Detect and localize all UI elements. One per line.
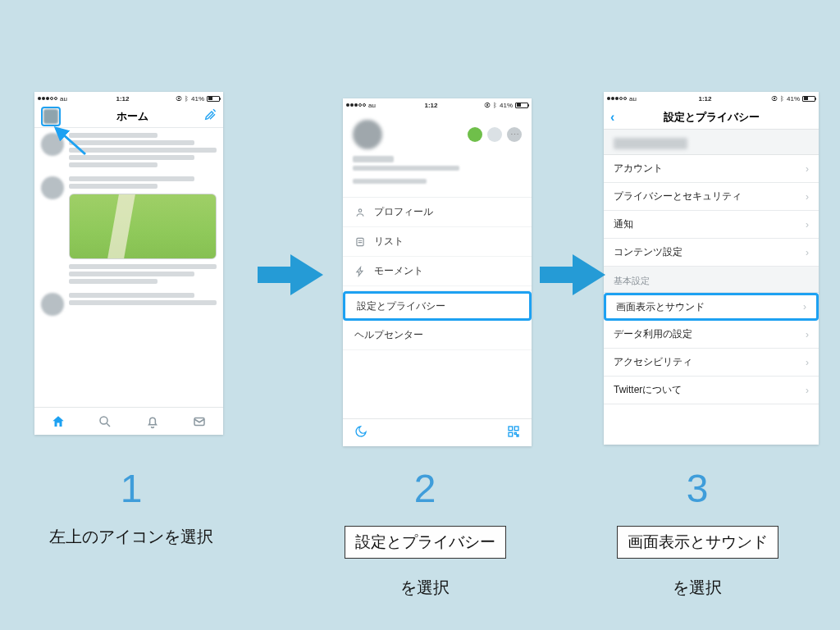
tweet[interactable]: [41, 176, 217, 286]
chevron-right-icon: ›: [806, 219, 809, 231]
nav-title: ホーム: [116, 109, 148, 124]
row-accessibility[interactable]: アクセシビリティ ›: [604, 349, 819, 377]
drawer-header: ⋯: [343, 112, 532, 192]
menu-help-center[interactable]: ヘルプセンター: [343, 321, 532, 350]
svg-point-0: [100, 417, 107, 424]
menu-settings-privacy[interactable]: 設定とプライバシー: [343, 291, 532, 321]
list-icon: [354, 236, 366, 248]
nav-title: 設定とプライバシー: [664, 110, 760, 125]
qr-icon[interactable]: [507, 425, 520, 441]
notifications-tab-icon[interactable]: [145, 414, 160, 429]
carrier-label: au: [60, 95, 67, 103]
row-notifications[interactable]: 通知 ›: [604, 211, 819, 239]
chevron-right-icon: ›: [806, 163, 809, 175]
chevron-right-icon: ›: [806, 247, 809, 258]
row-account[interactable]: アカウント ›: [604, 155, 819, 183]
menu-label: ヘルプセンター: [354, 328, 423, 342]
clock: 1:12: [698, 95, 711, 103]
status-bar: au 1:12 ⦿ ᛒ 41%: [604, 92, 819, 105]
menu-label: 設定とプライバシー: [357, 299, 445, 313]
step-1: 1 左上のアイコンを選択: [8, 466, 254, 548]
section-basic: 基本設定: [604, 267, 819, 293]
svg-point-3: [358, 208, 362, 211]
back-button[interactable]: ‹: [610, 110, 614, 125]
drawer-menu: プロフィール リスト モーメント 設定とプライバシー ヘルプセンター: [343, 197, 532, 350]
row-label: アカウント: [614, 162, 663, 176]
row-content-settings[interactable]: コンテンツ設定 ›: [604, 239, 819, 267]
menu-label: モーメント: [374, 264, 423, 278]
home-tab-icon[interactable]: [51, 414, 66, 429]
chevron-right-icon: ›: [806, 329, 809, 340]
svg-rect-7: [509, 432, 513, 436]
compose-icon[interactable]: [203, 108, 217, 125]
drawer-avatar[interactable]: [353, 120, 382, 149]
row-label: 画面表示とサウンド: [616, 300, 705, 314]
status-bar: au 1:12 ⦿ ᛒ 41%: [343, 98, 532, 112]
section-label: 基本設定: [614, 276, 650, 285]
menu-moments[interactable]: モーメント: [343, 257, 532, 286]
signal-dots-icon: [38, 97, 57, 100]
arrow-1-to-2: [258, 254, 323, 295]
section-user: [604, 130, 819, 155]
chevron-right-icon: ›: [806, 385, 809, 396]
carrier-label: au: [629, 95, 637, 103]
phone-3-settings: au 1:12 ⦿ ᛒ 41% ‹ 設定とプライバシー アカウント › プライバ…: [604, 92, 819, 445]
tweet[interactable]: [41, 293, 217, 316]
clock: 1:12: [116, 95, 129, 103]
arrow-2-to-3: [540, 254, 605, 295]
menu-list[interactable]: リスト: [343, 227, 532, 257]
carrier-label: au: [368, 102, 376, 109]
row-label: プライバシーとセキュリティ: [614, 189, 742, 203]
step-boxed-label: 画面表示とサウンド: [617, 526, 778, 559]
menu-label: プロフィール: [374, 205, 433, 219]
row-label: コンテンツ設定: [614, 245, 682, 259]
signal-dots-icon: [607, 97, 627, 100]
alarm-icon: ⦿: [771, 95, 778, 103]
avatar: [41, 176, 64, 199]
step-boxed-label: 設定とプライバシー: [345, 526, 506, 559]
row-label: アクセシビリティ: [614, 355, 692, 369]
clock: 1:12: [424, 102, 437, 109]
battery-pct: 41%: [191, 95, 204, 103]
step-number: 1: [8, 466, 254, 511]
bluetooth-icon: ᛒ: [185, 95, 189, 103]
row-data-usage[interactable]: データ利用の設定 ›: [604, 321, 819, 349]
chevron-right-icon: ›: [806, 357, 809, 368]
signal-dots-icon: [346, 103, 366, 107]
chevron-right-icon: ›: [803, 301, 806, 313]
battery-pct: 41%: [787, 95, 800, 103]
menu-label: リスト: [374, 235, 404, 249]
tweet[interactable]: [41, 133, 217, 170]
profile-icon[interactable]: [41, 107, 61, 126]
phone-2-drawer: au 1:12 ⦿ ᛒ 41% ⋯: [343, 98, 532, 446]
bluetooth-icon: ᛒ: [780, 95, 784, 103]
bolt-icon: [354, 266, 366, 277]
step-2: 2 設定とプライバシー を選択: [302, 466, 548, 599]
step-subtext: を選択: [302, 577, 548, 599]
phone-1-home: au 1:12 ⦿ ᛒ 41% ホーム: [34, 92, 223, 435]
step-text: 左上のアイコンを選択: [8, 526, 254, 548]
menu-profile[interactable]: プロフィール: [343, 198, 532, 227]
step-number: 2: [302, 466, 548, 511]
step-number: 3: [574, 466, 820, 511]
status-bar: au 1:12 ⦿ ᛒ 41%: [34, 92, 223, 105]
messages-tab-icon[interactable]: [192, 414, 207, 429]
row-display-sound[interactable]: 画面表示とサウンド ›: [604, 293, 819, 321]
row-about-twitter[interactable]: Twitterについて ›: [604, 377, 819, 404]
avatar: [41, 133, 64, 156]
tweet-image: [69, 194, 217, 259]
battery-icon: [515, 103, 528, 108]
row-privacy-security[interactable]: プライバシーとセキュリティ ›: [604, 183, 819, 211]
chevron-right-icon: ›: [806, 191, 809, 203]
row-label: 通知: [614, 217, 633, 231]
row-label: Twitterについて: [614, 383, 682, 397]
nav-bar: ‹ 設定とプライバシー: [604, 105, 819, 130]
avatar: [41, 293, 64, 316]
account-switcher[interactable]: ⋯: [468, 127, 522, 142]
moon-icon[interactable]: [354, 425, 368, 441]
battery-pct: 41%: [500, 102, 513, 109]
timeline[interactable]: [34, 128, 223, 327]
drawer-footer: [343, 418, 532, 446]
svg-rect-5: [509, 427, 513, 431]
search-tab-icon[interactable]: [98, 414, 112, 429]
